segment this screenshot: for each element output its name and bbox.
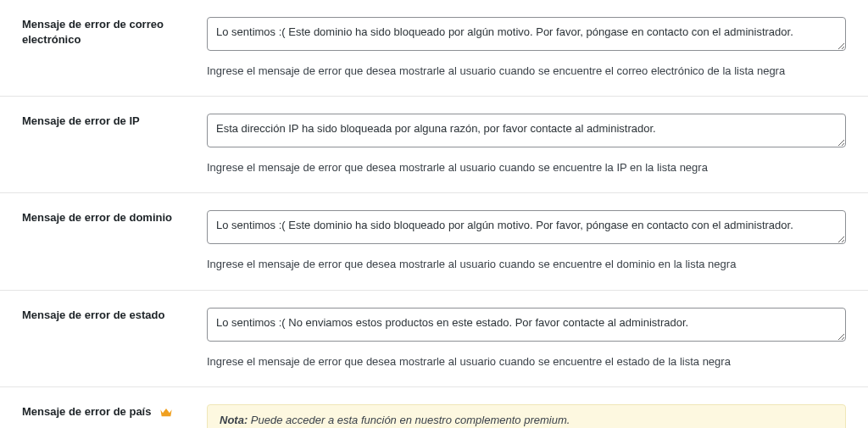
help-state-error: Ingrese el mensaje de error que desea mo… (207, 354, 846, 370)
row-country-error: Mensaje de error de país Nota: Puede acc… (0, 386, 868, 428)
label-domain-error: Mensaje de error de dominio (22, 210, 172, 225)
textarea-domain-error[interactable] (207, 210, 846, 244)
help-email-error: Ingrese el mensaje de error que desea mo… (207, 64, 846, 79)
label-ip-error: Mensaje de error de IP (22, 114, 140, 129)
row-ip-error: Mensaje de error de IP Ingrese el mensaj… (0, 97, 868, 193)
premium-notice: Nota: Puede acceder a esta función en nu… (207, 404, 846, 428)
premium-notice-prefix: Nota: (220, 414, 248, 426)
row-state-error: Mensaje de error de estado Ingrese el me… (0, 290, 868, 386)
row-email-error: Mensaje de error de correo electrónico I… (0, 0, 868, 97)
row-domain-error: Mensaje de error de dominio Ingrese el m… (0, 193, 868, 290)
label-country-error: Mensaje de error de país (22, 404, 151, 420)
label-email-error: Mensaje de error de correo electrónico (22, 17, 188, 47)
premium-notice-text: Puede acceder a esta función en nuestro … (248, 414, 570, 426)
help-ip-error: Ingrese el mensaje de error que desea mo… (207, 160, 846, 175)
settings-table: Mensaje de error de correo electrónico I… (0, 0, 868, 428)
label-state-error: Mensaje de error de estado (22, 308, 164, 323)
crown-icon (159, 406, 173, 418)
textarea-email-error[interactable] (207, 17, 846, 51)
textarea-ip-error[interactable] (207, 114, 846, 147)
help-domain-error: Ingrese el mensaje de error que desea mo… (207, 257, 846, 272)
textarea-state-error[interactable] (207, 308, 846, 342)
